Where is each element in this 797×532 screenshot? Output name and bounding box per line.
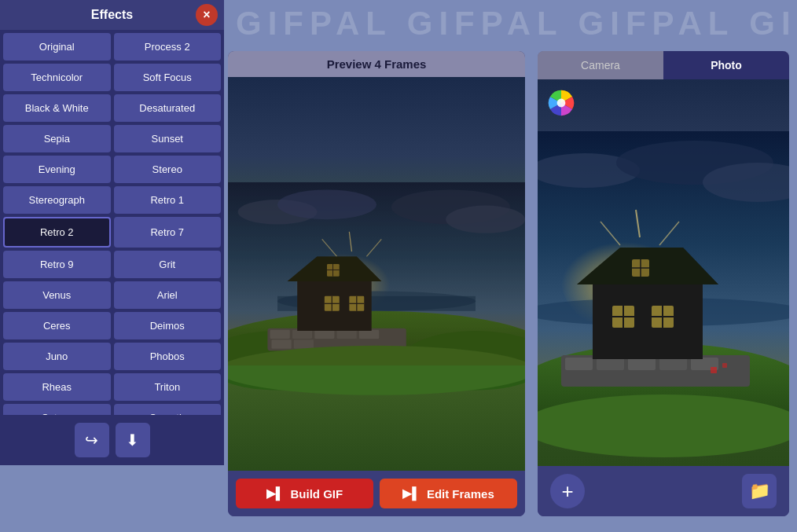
effect-btn-retro1[interactable]: Retro 1 [114, 186, 222, 214]
effect-btn-technicolor[interactable]: Technicolor [3, 64, 111, 91]
effects-grid: OriginalProcess 2TechnicolorSoft FocusBl… [0, 30, 224, 415]
effects-header: Effects × [0, 0, 224, 30]
effect-btn-phobos[interactable]: Phobos [114, 343, 222, 370]
effect-btn-juno[interactable]: Juno [3, 343, 111, 370]
effect-btn-retro9[interactable]: Retro 9 [3, 251, 111, 278]
share-button[interactable]: ↪ [75, 423, 109, 457]
folder-icon: 📁 [749, 481, 770, 501]
effect-btn-saturn[interactable]: Saturn [3, 404, 111, 415]
tab-photo[interactable]: Photo [663, 51, 789, 79]
build-gif-icon: ▶▌ [266, 486, 285, 501]
preview-scene-svg [228, 77, 525, 471]
svg-rect-53 [628, 358, 656, 370]
effect-btn-original[interactable]: Original [3, 33, 111, 61]
main-content: Preview 4 Frames [228, 51, 789, 516]
effect-btn-ceres[interactable]: Ceres [3, 312, 111, 339]
effect-btn-stereo[interactable]: Stereo [114, 156, 222, 183]
effect-btn-grit[interactable]: Grit [114, 251, 222, 278]
effect-btn-desaturated[interactable]: Desaturated [114, 94, 222, 122]
svg-rect-52 [597, 358, 624, 370]
preview-image [228, 77, 525, 471]
edit-frames-label: Edit Frames [427, 487, 494, 501]
effect-btn-triton[interactable]: Triton [114, 373, 222, 401]
effect-btn-retro7[interactable]: Retro 7 [114, 217, 222, 248]
watermark-text: GIFPAL GIFPAL GIFPAL GIFPAL GIFPAL [236, 5, 797, 42]
effects-scroll-area[interactable]: OriginalProcess 2TechnicolorSoft FocusBl… [0, 30, 224, 415]
effect-btn-retro2[interactable]: Retro 2 [3, 217, 111, 248]
effect-btn-process2[interactable]: Process 2 [114, 33, 222, 61]
preview-header: Preview 4 Frames [228, 51, 525, 77]
svg-rect-54 [659, 358, 687, 370]
photo-image [538, 79, 789, 466]
effect-btn-evening[interactable]: Evening [3, 156, 111, 183]
effects-footer: ↪ ⬇ [0, 415, 224, 465]
svg-point-68 [538, 394, 789, 457]
effect-btn-sepia[interactable]: Sepia [3, 125, 111, 152]
effect-btn-soft-focus[interactable]: Soft Focus [114, 64, 222, 91]
effect-btn-stereograph[interactable]: Stereograph [3, 186, 111, 214]
effect-btn-venus[interactable]: Venus [3, 281, 111, 309]
edit-frames-icon: ▶▌ [402, 486, 421, 501]
svg-rect-51 [565, 358, 593, 370]
svg-rect-36 [228, 182, 525, 365]
effect-btn-black-white[interactable]: Black & White [3, 94, 111, 122]
watermark: GIFPAL GIFPAL GIFPAL GIFPAL GIFPAL [220, 0, 797, 47]
svg-rect-69 [711, 367, 717, 373]
effect-btn-sunset[interactable]: Sunset [114, 125, 222, 152]
svg-rect-56 [593, 284, 703, 359]
photo-scene-svg [538, 79, 789, 466]
effects-panel: Effects × OriginalProcess 2TechnicolorSo… [0, 0, 224, 465]
preview-footer: ▶▌ Build GIF ▶▌ Edit Frames [228, 471, 525, 516]
effects-title: Effects [91, 8, 133, 21]
edit-frames-button[interactable]: ▶▌ Edit Frames [380, 479, 517, 508]
photo-footer: + 📁 [538, 466, 789, 516]
download-button[interactable]: ⬇ [116, 423, 150, 457]
effect-btn-rheas[interactable]: Rheas [3, 373, 111, 401]
add-icon: + [561, 479, 573, 504]
effect-btn-smooth[interactable]: Smooth [114, 404, 222, 415]
preview-panel: Preview 4 Frames [228, 51, 525, 516]
effect-btn-ariel[interactable]: Ariel [114, 281, 222, 309]
build-gif-label: Build GIF [290, 487, 343, 501]
effect-btn-deimos[interactable]: Deimos [114, 312, 222, 339]
open-folder-button[interactable]: 📁 [742, 474, 777, 508]
photo-tabs: Camera Photo [538, 51, 789, 79]
close-button[interactable]: × [196, 4, 218, 26]
photo-panel: Camera Photo [538, 51, 789, 516]
svg-rect-70 [722, 363, 727, 368]
tab-camera[interactable]: Camera [538, 51, 663, 79]
add-photo-button[interactable]: + [550, 474, 585, 508]
build-gif-button[interactable]: ▶▌ Build GIF [236, 479, 373, 508]
